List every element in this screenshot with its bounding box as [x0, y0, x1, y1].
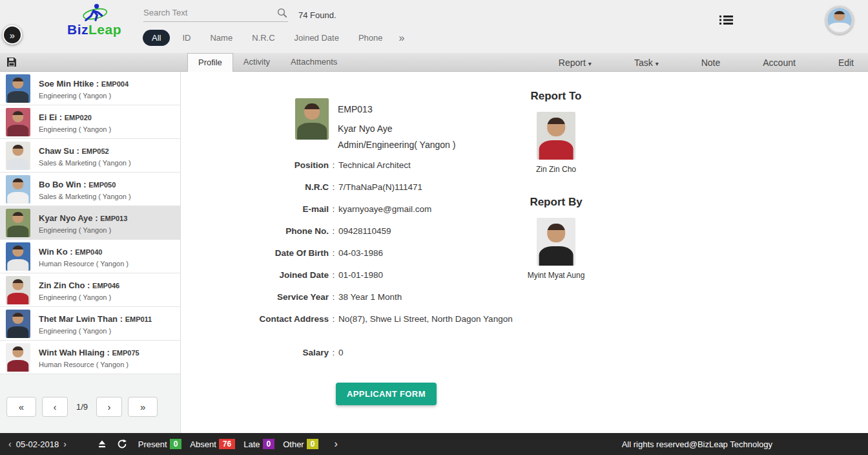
attendance-stats: Present 0 Absent 76 Late 0 Other 0: [130, 439, 319, 449]
search-box: [143, 4, 288, 22]
task-menu-label: Task: [634, 58, 653, 68]
filter-tab-name[interactable]: Name: [200, 29, 242, 47]
present-label: Present: [138, 439, 167, 449]
field-row-service: Service Year38 Year 1 Month: [181, 290, 582, 304]
search-filter-tabs: All ID Name N.R.C Joined Date Phone »: [143, 29, 411, 47]
sidebar-expand-button[interactable]: »: [3, 25, 22, 45]
filter-tab-phone[interactable]: Phone: [349, 29, 393, 47]
field-value: 09428110459: [338, 224, 391, 238]
applicant-form-button[interactable]: APPLICANT FORM: [336, 383, 437, 405]
employee-name: Kyar Nyo Aye: [39, 213, 100, 223]
search-icon[interactable]: [276, 7, 288, 19]
report-menu-label: Report: [559, 58, 586, 68]
employee-code: EMP050: [88, 181, 116, 189]
attendance-date: 05-02-2018: [15, 439, 61, 449]
note-button[interactable]: Note: [701, 58, 721, 68]
field-label: Joined Date: [181, 268, 329, 282]
field-label: N.R.C: [181, 180, 329, 194]
field-value: No(87), Shwe Li Street, North Dagon Yang…: [338, 312, 513, 326]
filter-tab-joined-date[interactable]: Joined Date: [285, 29, 349, 47]
tab-activity[interactable]: Activity: [233, 53, 280, 72]
report-menu[interactable]: Report▾: [559, 58, 592, 68]
employee-thumbnail: [6, 108, 30, 136]
pagination-first-button[interactable]: «: [6, 397, 36, 417]
stats-more-icon[interactable]: ›: [334, 438, 337, 450]
employee-department: Sales & Marketing ( Yangon ): [39, 159, 131, 167]
account-button[interactable]: Account: [763, 58, 796, 68]
present-count-badge: 0: [170, 439, 182, 449]
save-icon[interactable]: [6, 56, 17, 68]
employee-list-item[interactable]: Win KoEMP040Human Resource ( Yangon ): [0, 240, 180, 273]
employee-name: Soe Min Htike: [39, 79, 101, 89]
filter-tab-nrc[interactable]: N.R.C: [242, 29, 284, 47]
employee-department: Sales & Marketing ( Yangon ): [39, 193, 131, 200]
edit-button[interactable]: Edit: [838, 58, 854, 68]
pagination-prev-button[interactable]: ‹: [42, 397, 68, 417]
other-label: Other: [283, 439, 304, 449]
field-label: Salary: [181, 346, 329, 359]
profile-employee-code: EMP013: [338, 104, 373, 114]
upload-icon[interactable]: [97, 439, 107, 449]
report-to-photo: [537, 112, 575, 160]
employee-list-item-selected[interactable]: Kyar Nyo AyeEMP013Engineering ( Yangon ): [0, 206, 180, 240]
employee-code: EMP004: [101, 80, 129, 88]
profile-employee-name: Kyar Nyo Aye: [338, 123, 393, 134]
late-count-badge: 0: [263, 439, 275, 449]
profile-panel: EMP013 Kyar Nyo Aye Admin/Engineering( Y…: [181, 72, 868, 433]
employee-code: EMP040: [75, 248, 102, 256]
employee-department: Engineering ( Yangon ): [39, 226, 127, 234]
record-toolbar: Profile Activity Attachments Report▾ Tas…: [0, 53, 868, 72]
field-label: Service Year: [181, 290, 329, 304]
report-by-name: Myint Myat Aung: [501, 271, 611, 280]
status-bar: ‹ 05-02-2018 › Present 0 Absent 76 Late …: [0, 433, 868, 455]
chevron-down-icon: ▾: [588, 60, 592, 67]
field-label: E-mail: [181, 202, 329, 216]
filter-tab-all[interactable]: All: [143, 30, 170, 46]
field-label: Contact Address: [181, 312, 329, 326]
employee-code: EMP052: [81, 147, 108, 155]
list-view-icon[interactable]: [719, 15, 733, 25]
user-avatar[interactable]: [825, 6, 854, 34]
report-to-title: Report To: [501, 90, 611, 103]
employee-thumbnail: [6, 310, 30, 338]
employee-list-item[interactable]: Zin Zin ChoEMP046Engineering ( Yangon ): [0, 273, 180, 307]
late-label: Late: [243, 439, 260, 449]
field-value: Technical Architect: [338, 158, 411, 172]
absent-count-badge: 76: [219, 439, 235, 449]
pagination-last-button[interactable]: »: [128, 397, 158, 417]
search-input[interactable]: [143, 8, 276, 17]
absent-label: Absent: [190, 439, 216, 449]
tab-profile[interactable]: Profile: [187, 53, 233, 72]
employee-list-item[interactable]: Soe Min HtikeEMP004Engineering ( Yangon …: [0, 72, 180, 105]
tab-attachments[interactable]: Attachments: [280, 53, 347, 72]
field-value: 0: [338, 346, 344, 359]
field-value: 38 Year 1 Month: [338, 290, 402, 304]
app-header: » BizLeap 74 Found. All ID Name N.R.C Jo…: [0, 0, 868, 53]
employee-name: Win Ko: [39, 247, 75, 257]
employee-thumbnail: [6, 343, 30, 372]
employee-thumbnail: [6, 242, 30, 271]
report-to-name: Zin Zin Cho: [501, 165, 611, 174]
employee-list-item[interactable]: Ei EiEMP020Engineering ( Yangon ): [0, 105, 180, 139]
employee-name: Zin Zin Cho: [39, 280, 92, 290]
pagination-next-button[interactable]: ›: [96, 397, 122, 417]
task-menu[interactable]: Task▾: [634, 58, 659, 68]
profile-photo: [295, 98, 329, 140]
field-label: Position: [181, 158, 329, 172]
employee-list-item[interactable]: Wint Wah HlaingEMP075Human Resource ( Ya…: [0, 341, 180, 374]
date-next-icon[interactable]: ›: [60, 439, 70, 449]
employee-list-item[interactable]: Chaw SuEMP052Sales & Marketing ( Yangon …: [0, 139, 180, 173]
filter-tab-id[interactable]: ID: [172, 29, 200, 47]
brand-name-leap: Leap: [88, 22, 121, 37]
detail-tabs: Profile Activity Attachments: [187, 53, 347, 72]
field-row-salary: Salary0: [181, 346, 582, 359]
employee-department: Human Resource ( Yangon ): [39, 260, 129, 268]
field-label: Date Of Birth: [181, 246, 329, 260]
employee-list-item[interactable]: Thet Mar Lwin ThanEMP011Engineering ( Ya…: [0, 307, 180, 341]
filter-overflow-button[interactable]: »: [393, 30, 411, 47]
employee-list-item[interactable]: Bo Bo WinEMP050Sales & Marketing ( Yango…: [0, 173, 180, 206]
pagination-page-indicator: 1/9: [74, 402, 90, 412]
employee-code: EMP011: [125, 315, 152, 323]
refresh-icon[interactable]: [117, 439, 127, 449]
date-prev-icon[interactable]: ‹: [5, 439, 15, 449]
